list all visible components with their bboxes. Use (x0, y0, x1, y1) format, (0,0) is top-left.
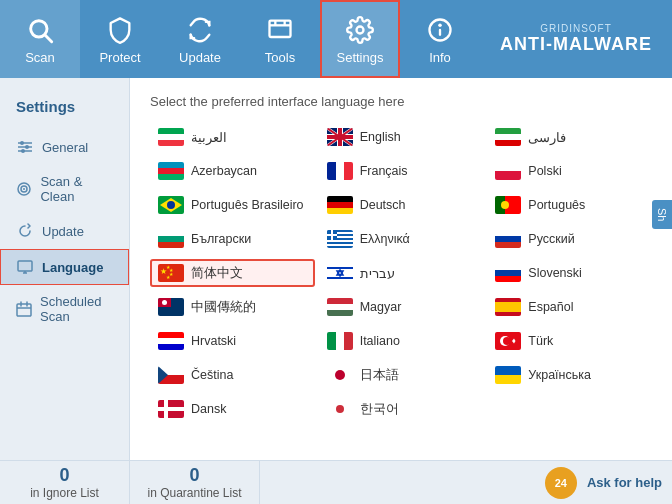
nav-label-update: Update (179, 50, 221, 65)
nav-label-scan: Scan (25, 50, 55, 65)
svg-rect-93 (327, 298, 353, 304)
svg-rect-52 (327, 196, 353, 202)
lang-item-hr[interactable]: Hrvatski (150, 327, 315, 355)
svg-rect-95 (327, 310, 353, 316)
svg-rect-27 (158, 134, 184, 140)
flag-br (158, 196, 184, 214)
lang-item-el[interactable]: Ελληνικά (319, 225, 484, 253)
lang-item-ar[interactable]: العربية (150, 123, 315, 151)
scroll-button[interactable]: Sh (652, 200, 672, 229)
lang-item-ko[interactable]: 한국어 (319, 395, 484, 423)
help-section[interactable]: 24 Ask for help (260, 467, 672, 499)
language-grid: العربيةEnglishفارسیAzerbaycanFrançaisPol… (150, 123, 652, 423)
nav-item-protect[interactable]: Protect (80, 0, 160, 78)
lang-item-es[interactable]: Español (487, 293, 652, 321)
lang-item-de[interactable]: Deutsch (319, 191, 484, 219)
svg-rect-88 (495, 270, 521, 276)
svg-rect-115 (495, 375, 521, 384)
flag-cz (158, 366, 184, 384)
lang-item-pl[interactable]: Polski (487, 157, 652, 185)
sidebar-item-update[interactable]: Update (0, 213, 129, 249)
lang-item-sl[interactable]: Slovenski (487, 259, 652, 287)
lang-item-pt-br[interactable]: Português Brasileiro (150, 191, 315, 219)
svg-rect-103 (336, 332, 344, 350)
svg-rect-39 (495, 134, 521, 140)
nav-label-info: Info (429, 50, 451, 65)
lang-item-bg[interactable]: Български (150, 225, 315, 253)
lang-item-tr[interactable]: Türk (487, 327, 652, 355)
nav-item-tools[interactable]: Tools (240, 0, 320, 78)
lang-label-pt-br: Português Brasileiro (191, 198, 304, 212)
lang-label-fa: فارسی (528, 130, 566, 145)
lang-item-pt[interactable]: Português (487, 191, 652, 219)
main-layout: Settings General (0, 78, 672, 460)
flag-kr (327, 400, 353, 418)
lang-label-zh-cn: 简体中文 (191, 265, 243, 282)
lang-item-az[interactable]: Azerbaycan (150, 157, 315, 185)
svg-rect-99 (158, 332, 184, 338)
lang-label-az: Azerbaycan (191, 164, 257, 178)
ignore-count: 0 (59, 465, 69, 486)
lang-item-da[interactable]: Dansk (150, 395, 315, 423)
svg-point-92 (162, 300, 167, 305)
svg-line-1 (45, 35, 51, 41)
flag-ua (495, 366, 521, 384)
sliders-icon (16, 138, 34, 156)
lang-item-fr[interactable]: Français (319, 157, 484, 185)
lang-item-fa[interactable]: فارسی (487, 123, 652, 151)
monitor-icon (16, 258, 34, 276)
sidebar-label-scheduled-scan: Scheduled Scan (40, 294, 113, 324)
svg-rect-46 (344, 162, 353, 180)
lang-item-he[interactable]: עברית (319, 259, 484, 287)
lang-item-it[interactable]: Italiano (319, 327, 484, 355)
app-container: Scan Protect Update Tools Settings (0, 0, 672, 504)
nav-item-update[interactable]: Update (160, 0, 240, 78)
nav-item-scan[interactable]: Scan (0, 0, 80, 78)
quarantine-count: 0 (189, 465, 199, 486)
lang-item-uk[interactable]: Українська (487, 361, 652, 389)
flag-pl (495, 162, 521, 180)
lang-item-ja[interactable]: 日本語 (319, 361, 484, 389)
svg-rect-47 (495, 162, 521, 171)
svg-point-6 (357, 26, 364, 33)
svg-rect-74 (495, 236, 521, 242)
lang-item-zh-tw[interactable]: 中國傳統的 (150, 293, 315, 321)
nav-item-settings[interactable]: Settings (320, 0, 400, 78)
svg-rect-94 (327, 304, 353, 310)
lang-label-ru: Русский (528, 232, 574, 246)
svg-rect-98 (495, 312, 521, 316)
svg-rect-101 (158, 344, 184, 350)
svg-rect-42 (158, 168, 184, 174)
lang-item-ru[interactable]: Русский (487, 225, 652, 253)
svg-rect-114 (495, 366, 521, 375)
lang-item-hu[interactable]: Magyar (319, 293, 484, 321)
svg-point-113 (335, 370, 345, 380)
sidebar-item-scheduled-scan[interactable]: Scheduled Scan (0, 285, 129, 333)
lang-label-hu: Magyar (360, 300, 402, 314)
flag-tr (495, 332, 521, 350)
flag-az (158, 162, 184, 180)
help-label: Ask for help (587, 475, 662, 490)
lang-item-zh-cn[interactable]: ★★★★★简体中文 (150, 259, 315, 287)
flag-ru (495, 230, 521, 248)
sidebar-item-language[interactable]: Language (0, 249, 129, 285)
lang-label-da: Dansk (191, 402, 226, 416)
sidebar-label-scan-clean: Scan & Clean (40, 174, 113, 204)
flag-hu (327, 298, 353, 316)
svg-rect-45 (336, 162, 344, 180)
lang-label-bg: Български (191, 232, 251, 246)
quarantine-label: in Quarantine List (147, 486, 241, 500)
lang-item-en[interactable]: English (319, 123, 484, 151)
lang-item-cs[interactable]: Čeština (150, 361, 315, 389)
flag-fr (327, 162, 353, 180)
svg-rect-28 (158, 140, 184, 146)
svg-rect-97 (495, 302, 521, 312)
nav-item-info[interactable]: Info (400, 0, 480, 78)
svg-rect-104 (344, 332, 353, 350)
flag-tw (158, 298, 184, 316)
svg-point-13 (20, 141, 24, 145)
sidebar-item-scan-clean[interactable]: Scan & Clean (0, 165, 129, 213)
lang-label-zh-tw: 中國傳統的 (191, 299, 256, 316)
svg-rect-38 (495, 128, 521, 134)
sidebar-item-general[interactable]: General (0, 129, 129, 165)
